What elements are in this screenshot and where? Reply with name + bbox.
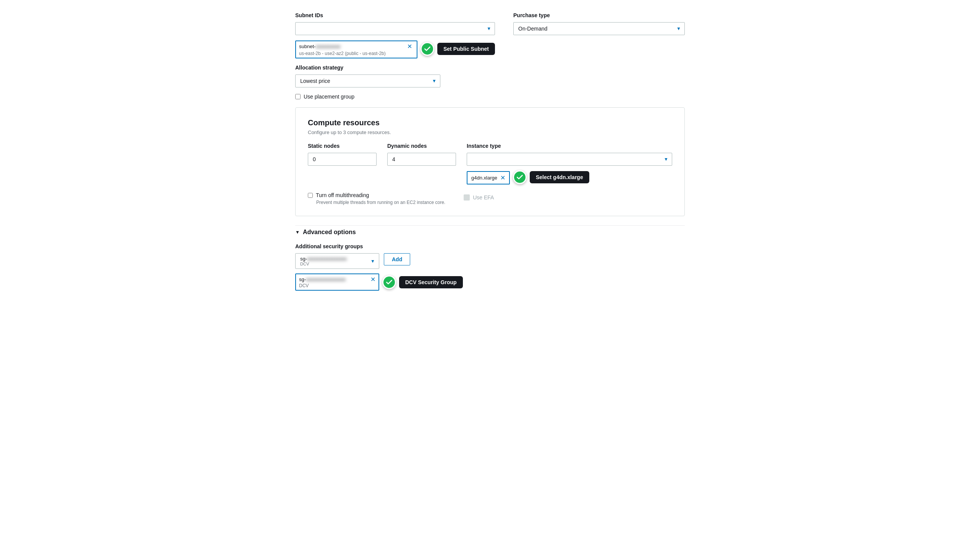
subnet-ids-select[interactable] [295, 22, 495, 35]
security-groups-section: Additional security groups sg-xxxxxxxxxx… [295, 243, 685, 291]
sg-tag-id: sg-xxxxxxxxxxxxxxxx [299, 277, 346, 282]
subnet-tooltip-label: Set Public Subnet [437, 43, 495, 55]
sg-tag: sg-xxxxxxxxxxxxxxxx ✕ DCV [295, 273, 379, 291]
instance-tag-close[interactable]: ✕ [500, 174, 505, 181]
instance-type-tag: g4dn.xlarge ✕ [467, 171, 510, 184]
instance-tag-name: g4dn.xlarge [471, 175, 497, 181]
sg-tooltip-container: DCV Security Group [382, 275, 463, 289]
sg-select-box[interactable]: sg-xxxxxxxxxxxxxxxx DCV ▼ [295, 253, 379, 269]
instance-type-label: Instance type [467, 143, 672, 149]
advanced-options-triangle: ▼ [295, 230, 300, 235]
subnet-tag: subnet-xxxxxxxxxx ✕ us-east-2b - use2-az… [295, 40, 417, 58]
sg-tag-id-blurred: xxxxxxxxxxxxxxxx [306, 277, 346, 282]
compute-title: Compute resources [308, 118, 672, 127]
subnet-tag-close[interactable]: ✕ [406, 43, 414, 50]
multithreading-checkbox[interactable] [308, 193, 313, 198]
purchase-type-select[interactable]: On-Demand Spot [513, 22, 685, 35]
add-security-group-button[interactable]: Add [384, 253, 410, 265]
security-tag-row: sg-xxxxxxxxxxxxxxxx ✕ DCV DCV Security G… [295, 273, 685, 291]
sg-checkmark [382, 275, 396, 289]
multithreading-description: Prevent multiple threads from running on… [316, 200, 445, 205]
efa-toggle [464, 194, 470, 201]
security-row-select: sg-xxxxxxxxxxxxxxxx DCV ▼ Add [295, 253, 685, 269]
placement-label: Use placement group [304, 94, 354, 100]
sg-tag-name: DCV [299, 283, 375, 288]
instance-checkmark [513, 170, 527, 184]
instance-type-select[interactable]: g4dn.xlarge [467, 153, 672, 166]
instance-tooltip-label: Select g4dn.xlarge [530, 171, 589, 183]
sg-select-arrow: ▼ [370, 259, 375, 264]
sg-select-id-blurred: xxxxxxxxxxxxxxxx [307, 256, 347, 262]
multithreading-label: Turn off multithreading [316, 192, 369, 198]
advanced-options-label: Advanced options [303, 229, 356, 236]
subnet-tag-name: subnet-xxxxxxxxxx [299, 44, 340, 49]
efa-label: Use EFA [473, 194, 494, 201]
allocation-label: Allocation strategy [295, 65, 685, 71]
dynamic-nodes-input[interactable]: 4 [387, 153, 456, 166]
compute-resources-card: Compute resources Configure up to 3 comp… [295, 107, 685, 216]
placement-checkbox[interactable] [295, 94, 301, 99]
allocation-select[interactable]: Lowest price Capacity Optimized Price Ca… [295, 74, 440, 87]
static-nodes-input[interactable]: 0 [308, 153, 377, 166]
compute-subtitle: Configure up to 3 compute resources. [308, 129, 672, 135]
subnet-tag-name-blurred: xxxxxxxxxx [315, 44, 340, 49]
instance-tooltip-container: Select g4dn.xlarge [513, 170, 589, 184]
subnet-ids-label: Subnet IDs [295, 12, 495, 18]
purchase-type-label: Purchase type [513, 12, 685, 18]
advanced-options-header[interactable]: ▼ Advanced options [295, 225, 685, 236]
sg-tag-close[interactable]: ✕ [368, 276, 375, 283]
dynamic-nodes-label: Dynamic nodes [387, 143, 456, 149]
sg-select-id: sg-xxxxxxxxxxxxxxxx [300, 256, 365, 262]
subnet-tooltip-container: Set Public Subnet [420, 42, 495, 56]
sg-tooltip-label: DCV Security Group [399, 276, 463, 288]
subnet-checkmark [420, 42, 434, 56]
static-nodes-label: Static nodes [308, 143, 377, 149]
security-groups-label: Additional security groups [295, 243, 685, 249]
subnet-tag-detail: us-east-2b - use2-az2 (public - us-east-… [299, 51, 414, 56]
sg-select-name: DCV [300, 262, 365, 266]
